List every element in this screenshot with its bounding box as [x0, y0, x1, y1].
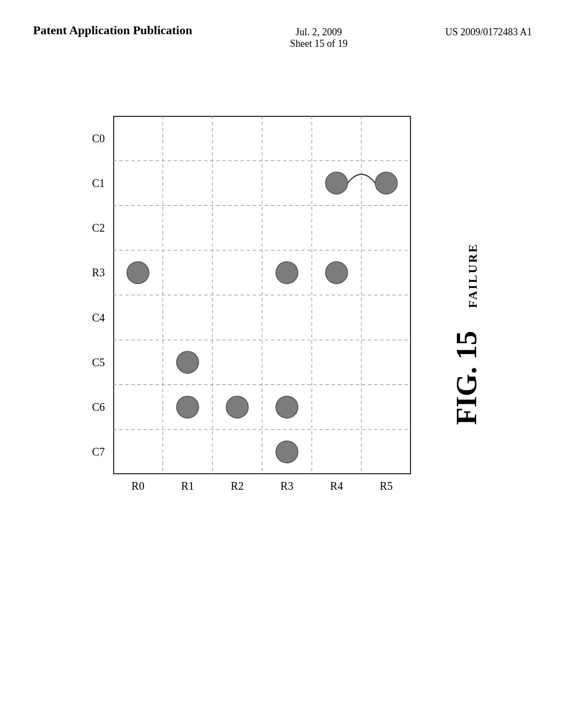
- svg-point-18: [276, 261, 298, 283]
- svg-point-16: [276, 441, 298, 463]
- figure-label: FIG. 15: [450, 331, 483, 425]
- patent-number: US 2009/0172483 A1: [445, 22, 532, 38]
- failure-label: FAILURE: [466, 243, 480, 308]
- svg-point-14: [177, 396, 199, 418]
- x-label-r2: R2: [212, 480, 262, 493]
- svg-point-17: [276, 396, 298, 418]
- page-header: Patent Application Publication Jul. 2, 2…: [0, 0, 565, 50]
- y-label-c4: C4: [92, 312, 105, 323]
- svg-point-21: [326, 261, 348, 283]
- chart-grid: [113, 116, 411, 474]
- diagram-container: C7 C6 C5 C4 R3 C2 C1 C0: [33, 110, 486, 540]
- y-axis-labels: C7 C6 C5 C4 R3 C2 C1 C0: [33, 116, 110, 474]
- svg-point-12: [127, 261, 149, 283]
- publication-date: Jul. 2, 2009 Sheet 15 of 19: [290, 22, 347, 50]
- x-label-r4: R4: [312, 480, 361, 493]
- x-label-r1: R1: [163, 480, 212, 493]
- y-label-c2: C2: [92, 222, 105, 233]
- y-label-c6: C6: [92, 402, 105, 413]
- svg-point-19: [326, 172, 348, 194]
- y-label-c0: C0: [92, 133, 105, 144]
- x-label-r3: R3: [262, 480, 312, 493]
- y-label-c1: C1: [92, 178, 105, 189]
- x-label-r5: R5: [361, 480, 411, 493]
- x-label-r0: R0: [113, 480, 163, 493]
- svg-point-15: [226, 396, 248, 418]
- x-axis-labels: R0 R1 R2 R3 R4 R5: [113, 480, 411, 493]
- svg-point-20: [375, 172, 397, 194]
- svg-point-13: [177, 351, 199, 373]
- y-label-r3: R3: [92, 267, 105, 278]
- publication-title: Patent Application Publication: [33, 22, 192, 39]
- y-label-c7: C7: [92, 446, 105, 457]
- y-label-c5: C5: [92, 357, 105, 368]
- chart-area: [113, 116, 411, 474]
